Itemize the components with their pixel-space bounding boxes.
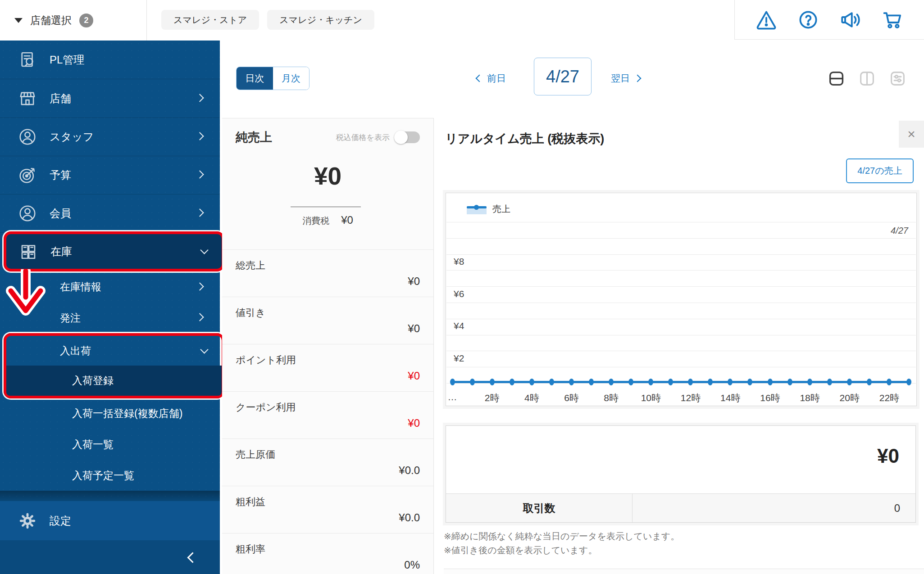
chevron-right-icon — [196, 208, 204, 217]
stat-label: ポイント利用 — [236, 353, 420, 367]
store-icon — [18, 89, 37, 108]
store-tab-kitchen[interactable]: スマレジ・キッチン — [267, 10, 374, 30]
stat-label: 値引き — [236, 306, 420, 320]
chart-data-point — [867, 379, 872, 385]
x-axis-tick: 2時 — [485, 392, 500, 404]
x-axis-tick: 16時 — [760, 392, 780, 404]
stat-label: 粗利益 — [236, 495, 420, 509]
tax-value: ¥0 — [341, 214, 353, 226]
sidebar-item-label: 入荷登録 — [72, 374, 114, 388]
sidebar-item-settings[interactable]: 設定 — [0, 501, 220, 540]
panel-title: 純売上 — [236, 129, 272, 145]
realtime-sales-chart: 売上 4/27 ¥8 ¥6 ¥4 ¥2 …2時4時6時8時10時12時14時16… — [446, 193, 917, 406]
sidebar-item-stock-label: 在庫 — [50, 244, 72, 259]
store-select-dropdown[interactable]: 店舗選択 2 — [0, 0, 147, 41]
megaphone-icon[interactable] — [840, 9, 861, 31]
sidebar-item-receiving-schedule[interactable]: 入荷予定一覧 — [0, 460, 220, 491]
chart-date-annotation: 4/27 — [891, 226, 908, 236]
chart-data-point — [906, 379, 911, 385]
sidebar-item-store[interactable]: 店舗 — [0, 79, 220, 118]
tax-toggle-label: 税込価格を表示 — [336, 132, 390, 143]
sidebar-item-members[interactable]: 会員 — [0, 194, 220, 233]
annotation-highlight-stock[interactable]: 在庫 — [4, 231, 224, 271]
caret-down-icon — [14, 18, 23, 23]
sidebar-item-budget[interactable]: 予算 — [0, 156, 220, 194]
tab-daily[interactable]: 日次 — [237, 67, 273, 90]
close-button[interactable]: × — [899, 121, 924, 148]
next-day-button[interactable]: 翌日 — [611, 68, 640, 89]
x-axis-tick: 18時 — [800, 392, 819, 404]
store-tab-store[interactable]: スマレジ・ストア — [161, 10, 259, 30]
stat-value: ¥0 — [408, 322, 420, 335]
stats-list: 総売上 ¥0 値引き ¥0 ポイント利用 ¥0 クーポン利用 ¥0 — [222, 249, 433, 574]
day-sales-button[interactable]: 4/27の売上 — [846, 158, 914, 183]
chevron-down-icon — [200, 246, 208, 254]
annotation-arrow — [5, 269, 47, 320]
chart-data-point — [450, 379, 455, 385]
chart-data-point — [787, 379, 792, 385]
chevron-down-icon — [200, 345, 208, 353]
gear-icon — [18, 511, 37, 530]
stat-row: クーポン利用 ¥0 — [222, 391, 433, 438]
display-settings-icon[interactable] — [889, 70, 906, 87]
chart-data-point — [609, 379, 614, 385]
chevron-right-icon — [634, 75, 642, 82]
split-vertical-icon[interactable] — [859, 70, 875, 87]
stat-row: 総売上 ¥0 — [222, 249, 433, 297]
chart-data-point — [807, 379, 812, 385]
sidebar-item-pl-management[interactable]: PL管理 — [0, 41, 220, 79]
chart-gridlines — [446, 222, 916, 384]
prev-day-button[interactable]: 前日 — [477, 68, 506, 89]
cart-icon[interactable] — [882, 9, 903, 31]
topbar-icon-group — [734, 0, 924, 40]
store-select-label: 店舗選択 — [30, 14, 72, 27]
stat-value: ¥0.0 — [399, 464, 420, 477]
alert-icon[interactable] — [756, 9, 777, 31]
stat-row: ポイント利用 ¥0 — [222, 344, 433, 391]
prev-day-label: 前日 — [487, 72, 506, 85]
stat-value: ¥0.0 — [399, 511, 420, 524]
realtime-title: リアルタイム売上 (税抜表示) — [445, 131, 604, 147]
sidebar-item-bulk-receiving[interactable]: 入荷一括登録(複数店舗) — [0, 398, 220, 429]
stat-label: クーポン利用 — [236, 401, 420, 414]
sidebar-item-staff[interactable]: スタッフ — [0, 118, 220, 156]
stat-label: 売上原価 — [236, 448, 420, 461]
transactions-value: 0 — [633, 494, 915, 522]
chart-data-point — [589, 379, 594, 385]
sidebar-item-label: 入荷一括登録(複数店舗) — [72, 407, 182, 420]
date-picker[interactable]: 4/27 — [534, 58, 592, 95]
member-icon — [18, 204, 37, 223]
staff-icon — [18, 127, 37, 146]
chevron-right-icon — [196, 94, 204, 102]
annotation-highlight-shipping: 入出荷 入荷登録 — [4, 333, 224, 398]
transactions-row: 取引数 0 — [446, 493, 915, 522]
sidebar-item-label: 入荷予定一覧 — [72, 469, 134, 483]
x-axis-tick: 10時 — [641, 392, 661, 404]
chart-data-point — [569, 379, 574, 385]
sidebar-item-receiving-register[interactable]: 入荷登録 — [6, 366, 222, 396]
sidebar-item-label: 店舗 — [50, 91, 71, 106]
chevron-left-icon — [476, 75, 483, 82]
tax-label: 消費税 — [302, 215, 329, 227]
chart-data-point — [470, 379, 475, 385]
chart-data-point — [510, 379, 514, 385]
y-axis-tick: ¥4 — [454, 321, 464, 331]
period-toggle: 日次 月次 — [236, 67, 310, 90]
help-icon[interactable] — [797, 9, 819, 31]
chart-data-point — [628, 379, 633, 385]
chart-data-point — [768, 379, 773, 385]
store-count-badge: 2 — [79, 14, 93, 27]
net-sales-value: ¥0 — [222, 162, 433, 190]
stat-label: 粗利率 — [236, 542, 420, 556]
stock-icon — [19, 242, 38, 261]
legend-item-sales[interactable]: 売上 — [467, 203, 510, 215]
sidebar-item-label: 予算 — [50, 168, 71, 182]
sidebar-item-label: PL管理 — [50, 53, 84, 67]
chart-data-point — [668, 379, 673, 385]
chart-data-point — [887, 379, 892, 385]
split-horizontal-icon[interactable] — [828, 70, 845, 87]
tab-monthly[interactable]: 月次 — [273, 67, 310, 90]
tax-include-toggle[interactable] — [395, 131, 420, 143]
sidebar-item-receiving-list[interactable]: 入荷一覧 — [0, 429, 220, 460]
sidebar-item-in-out-shipping[interactable]: 入出荷 — [6, 336, 222, 366]
